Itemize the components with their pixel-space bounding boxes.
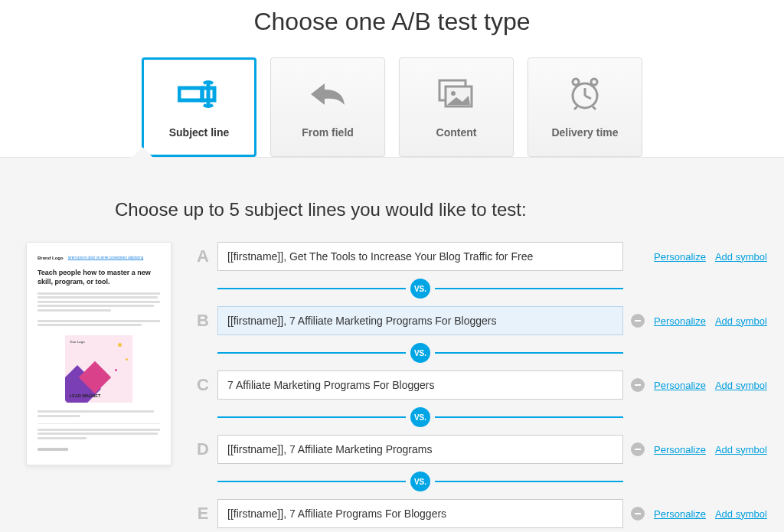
remove-subject-button[interactable]: [631, 507, 645, 521]
subject-line-icon: [178, 76, 220, 113]
add-symbol-link[interactable]: Add symbol: [715, 315, 767, 327]
test-type-label: Content: [436, 126, 477, 139]
personalize-link[interactable]: Personalize: [654, 444, 706, 455]
svg-line-11: [574, 106, 577, 109]
personalize-link[interactable]: Personalize: [654, 251, 706, 263]
add-symbol-link[interactable]: Add symbol: [715, 380, 767, 391]
svg-rect-0: [179, 88, 202, 100]
content-row: Brand Logo lorem ipsum dolor sit amet co…: [15, 242, 769, 528]
subject-row-d: D Personalize Add symbol: [194, 435, 769, 464]
vs-divider: VS.: [217, 407, 623, 427]
preview-brand-logo: Brand Logo: [38, 255, 64, 261]
svg-line-8: [585, 96, 591, 99]
test-type-subject-line[interactable]: Subject line: [142, 57, 256, 157]
vs-divider: VS.: [217, 279, 623, 299]
subject-lines-area: A Personalize Add symbol VS. B Personali…: [194, 242, 769, 528]
remove-subject-button[interactable]: [631, 314, 645, 328]
add-symbol-link[interactable]: Add symbol: [715, 508, 767, 520]
lower-section: Choose up to 5 subject lines you would l…: [0, 157, 784, 532]
images-icon: [436, 76, 476, 113]
vs-badge: VS.: [410, 343, 430, 363]
preview-brand-url: lorem ipsum dolor sit amet consectetur a…: [68, 256, 144, 260]
subject-input-c[interactable]: [217, 370, 623, 400]
vs-badge: VS.: [410, 407, 430, 427]
test-type-selector: Subject line From field Content: [0, 57, 784, 157]
top-section: Choose one A/B test type Subject line: [0, 0, 784, 157]
svg-line-12: [593, 106, 596, 109]
subject-letter: D: [194, 439, 211, 459]
clock-icon: [567, 76, 603, 113]
svg-point-10: [591, 79, 597, 85]
personalize-link[interactable]: Personalize: [654, 315, 706, 327]
active-tab-pointer: [132, 147, 153, 158]
vs-divider: VS.: [217, 343, 623, 363]
subject-input-b[interactable]: [217, 306, 623, 335]
remove-subject-button[interactable]: [631, 378, 645, 392]
vs-divider: VS.: [217, 472, 623, 491]
subtitle: Choose up to 5 subject lines you would l…: [115, 199, 769, 220]
subject-row-b: B Personalize Add symbol: [194, 306, 769, 335]
personalize-link[interactable]: Personalize: [654, 380, 706, 391]
subject-input-a[interactable]: [217, 242, 623, 271]
test-type-label: Subject line: [169, 126, 230, 139]
svg-point-9: [573, 79, 579, 85]
test-type-label: From field: [302, 126, 354, 139]
preview-lead-magnet-label: LEAD MAGNET: [70, 393, 100, 398]
reply-arrow-icon: [308, 76, 348, 113]
page-title: Choose one A/B test type: [0, 8, 784, 36]
test-type-from-field[interactable]: From field: [270, 57, 385, 157]
subject-letter: E: [194, 504, 211, 524]
subject-row-e: E Personalize Add symbol: [194, 499, 769, 528]
test-type-content[interactable]: Content: [399, 57, 514, 157]
personalize-link[interactable]: Personalize: [654, 508, 706, 520]
svg-point-5: [451, 91, 456, 96]
test-type-label: Delivery time: [551, 126, 618, 139]
email-preview: Brand Logo lorem ipsum dolor sit amet co…: [26, 242, 172, 465]
test-type-delivery-time[interactable]: Delivery time: [528, 57, 642, 157]
vs-badge: VS.: [410, 472, 430, 491]
add-symbol-link[interactable]: Add symbol: [715, 251, 767, 263]
subject-row-c: C Personalize Add symbol: [194, 370, 769, 400]
subject-input-e[interactable]: [217, 499, 623, 528]
subject-letter: A: [194, 246, 211, 266]
preview-yourlogo: Your Logo: [70, 340, 85, 344]
subject-letter: B: [194, 311, 211, 331]
vs-badge: VS.: [410, 279, 430, 299]
subject-input-d[interactable]: [217, 435, 623, 464]
add-symbol-link[interactable]: Add symbol: [715, 444, 767, 455]
remove-subject-button[interactable]: [631, 442, 645, 456]
preview-headline: Teach people how to master a new skill, …: [38, 269, 160, 286]
subject-letter: C: [194, 375, 211, 395]
subject-row-a: A Personalize Add symbol: [194, 242, 769, 271]
